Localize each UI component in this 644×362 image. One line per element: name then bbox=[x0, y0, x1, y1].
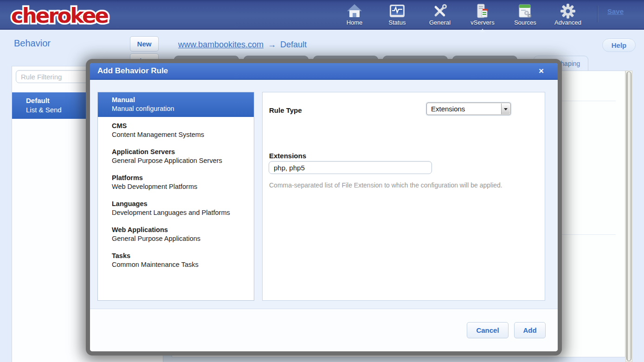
nav-status[interactable]: Status bbox=[376, 2, 419, 28]
extensions-label: Extensions bbox=[269, 152, 306, 160]
category-web-applications[interactable]: Web Applications General Purpose Applica… bbox=[98, 222, 254, 247]
add-behavior-rule-dialog: Add Behavior Rule × Manual Manual config… bbox=[86, 59, 562, 356]
breadcrumb: www.bambookites.com→Default bbox=[178, 40, 307, 50]
nav-home[interactable]: Home bbox=[333, 2, 376, 28]
category-platforms[interactable]: Platforms Web Development Platforms bbox=[98, 170, 254, 195]
rule-category-list: Manual Manual configuration CMS Content … bbox=[97, 92, 254, 301]
cancel-button[interactable]: Cancel bbox=[467, 322, 509, 338]
extensions-input[interactable] bbox=[269, 161, 432, 174]
category-subtitle: General Purpose Applications bbox=[112, 234, 249, 243]
rule-type-selected-value: Extensions bbox=[431, 105, 465, 113]
chevron-down-icon bbox=[501, 103, 510, 114]
category-title: CMS bbox=[112, 122, 249, 130]
category-title: Platforms bbox=[112, 174, 249, 182]
breadcrumb-vserver-link[interactable]: www.bambookites.com bbox=[178, 40, 264, 49]
home-icon bbox=[346, 3, 363, 19]
page-title: Behavior bbox=[14, 38, 51, 49]
nav-general[interactable]: General bbox=[419, 2, 461, 28]
category-title: Manual bbox=[112, 96, 249, 104]
category-subtitle: Manual configuration bbox=[112, 104, 249, 113]
dialog-title: Add Behavior Rule bbox=[97, 66, 532, 76]
scrollbar-thumb[interactable] bbox=[626, 71, 631, 361]
page-background: Behavior New Clone Default List & Send w… bbox=[0, 30, 644, 362]
top-navigation-bar: cherokee Home Status bbox=[0, 0, 644, 30]
dialog-body: Manual Manual configuration CMS Content … bbox=[90, 80, 558, 309]
nav-vservers[interactable]: vServers bbox=[461, 2, 504, 28]
category-manual[interactable]: Manual Manual configuration bbox=[98, 92, 254, 117]
server-icon bbox=[474, 3, 491, 19]
category-subtitle: General Purpose Application Servers bbox=[112, 156, 249, 165]
category-subtitle: Common Maintenance Tasks bbox=[112, 260, 249, 269]
breadcrumb-arrow: → bbox=[268, 40, 276, 49]
new-rule-button[interactable]: New bbox=[130, 36, 159, 52]
category-languages[interactable]: Languages Development Languages and Plat… bbox=[98, 196, 254, 221]
rule-type-label: Rule Type bbox=[269, 106, 302, 114]
nav-label: General bbox=[429, 19, 451, 26]
help-button[interactable]: Help bbox=[602, 39, 636, 52]
nav-label: Advanced bbox=[554, 19, 581, 26]
extensions-help-text: Comma-separated list of File Extension t… bbox=[269, 181, 502, 189]
cherokee-logo: cherokee bbox=[9, 2, 135, 31]
category-title: Tasks bbox=[112, 252, 249, 260]
dialog-header: Add Behavior Rule × bbox=[90, 63, 558, 80]
category-subtitle: Content Management Systems bbox=[112, 130, 249, 139]
close-icon[interactable]: × bbox=[532, 66, 550, 76]
rule-form-panel: Rule Type Extensions Extensions Comma-se… bbox=[262, 92, 545, 301]
vertical-scrollbar[interactable] bbox=[625, 71, 632, 362]
sources-window-icon bbox=[517, 3, 534, 19]
category-title: Web Applications bbox=[112, 226, 249, 234]
breadcrumb-rule: Default bbox=[280, 40, 307, 49]
rule-type-select[interactable]: Extensions bbox=[426, 103, 511, 115]
nav-label: vServers bbox=[470, 19, 494, 26]
nav-sources[interactable]: Sources bbox=[504, 2, 547, 28]
category-subtitle: Development Languages and Platforms bbox=[112, 208, 249, 217]
main-nav: Home Status General bbox=[333, 2, 589, 28]
gear-icon bbox=[560, 3, 576, 19]
nav-label: Home bbox=[347, 19, 363, 26]
tools-icon bbox=[431, 3, 448, 19]
category-tasks[interactable]: Tasks Common Maintenance Tasks bbox=[98, 248, 254, 273]
category-application-servers[interactable]: Application Servers General Purpose Appl… bbox=[98, 144, 254, 169]
topbar-divider bbox=[597, 6, 598, 22]
nav-label: Sources bbox=[514, 19, 536, 26]
add-button[interactable]: Add bbox=[514, 322, 546, 338]
category-title: Application Servers bbox=[112, 148, 249, 156]
nav-advanced[interactable]: Advanced bbox=[547, 2, 589, 28]
category-cms[interactable]: CMS Content Management Systems bbox=[98, 118, 254, 143]
category-title: Languages bbox=[112, 200, 249, 208]
category-subtitle: Web Development Platforms bbox=[112, 182, 249, 191]
nav-label: Status bbox=[389, 19, 406, 26]
dialog-footer: Cancel Add bbox=[90, 309, 558, 351]
status-monitor-icon bbox=[389, 3, 406, 19]
save-button[interactable]: Save bbox=[607, 7, 624, 15]
logo-text: cherokee bbox=[11, 3, 109, 28]
